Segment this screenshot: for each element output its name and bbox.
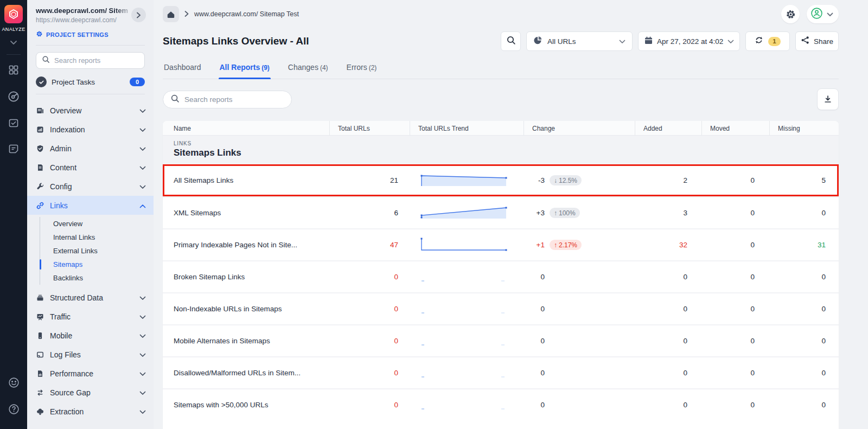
sidebar-item-overview[interactable]: Overview	[27, 101, 154, 120]
change-value: 0	[524, 273, 545, 281]
sidebar-item-log-files[interactable]: Log Files	[27, 345, 154, 364]
settings-button[interactable]	[781, 5, 800, 23]
tab-dashboard[interactable]: Dashboard	[163, 60, 202, 79]
chevron-down-icon	[139, 182, 146, 191]
url-filter-dropdown[interactable]: All URLs	[526, 31, 633, 51]
sidebar-subitem-external-links[interactable]: External Links	[40, 244, 154, 258]
column-header-name[interactable]: Name	[163, 121, 329, 136]
chevron-down-icon	[139, 144, 146, 153]
arrow-up-icon: ↑	[554, 241, 557, 249]
table-row-sitemaps-with-50-000-urls[interactable]: Sitemaps with >50,000 URLs00000	[163, 388, 839, 420]
sidebar-item-content[interactable]: Content	[27, 158, 154, 177]
table-row-broken-sitemap-links[interactable]: Broken Sitemap Links00000	[163, 260, 839, 292]
change-value: 0	[524, 305, 545, 313]
sidebar-item-structured-data[interactable]: Structured Data	[27, 288, 154, 307]
tasks-icon[interactable]	[8, 117, 20, 131]
added-value: 0	[635, 273, 701, 281]
sidebar-subitem-sitemaps[interactable]: Sitemaps	[40, 258, 154, 271]
sidebar-item-indexation[interactable]: Indexation	[27, 120, 154, 139]
tab-errors[interactable]: Errors(2)	[346, 60, 378, 79]
added-value: 0	[635, 369, 701, 377]
sidebar-item-admin[interactable]: Admin	[27, 139, 154, 158]
report-search[interactable]	[163, 91, 292, 108]
sidebar-item-links[interactable]: Links	[27, 196, 154, 215]
crawl-date-value: Apr 27, 2022 at 4:02 ...	[657, 37, 724, 46]
page-title: Sitemaps Links Overview - All	[163, 35, 309, 47]
sidebar-item-source-gap[interactable]: Source Gap	[27, 383, 154, 402]
project-settings-link[interactable]: PROJECT SETTINGS	[36, 30, 145, 39]
sidebar-subitem-overview[interactable]: Overview	[40, 217, 154, 230]
table-row-non-indexable-urls-in-sitemaps[interactable]: Non-Indexable URLs in Sitemaps00000	[163, 292, 839, 324]
divider	[36, 45, 145, 46]
breadcrumb-text[interactable]: www.deepcrawl.com/ Sitemap Test	[194, 10, 299, 18]
url-filter-value: All URLs	[547, 37, 614, 46]
log-files-icon	[36, 351, 44, 358]
crawl-date-dropdown[interactable]: Apr 27, 2022 at 4:02 ...	[638, 31, 740, 51]
column-header-added[interactable]: Added	[635, 121, 701, 136]
account-menu[interactable]	[807, 5, 839, 23]
report-name: XML Sitemaps	[163, 209, 329, 217]
sidebar-item-performance[interactable]: Performance	[27, 364, 154, 383]
total-urls-value: 0	[329, 273, 410, 281]
table-row-all-sitemaps-links[interactable]: All Sitemaps Links21-3↓12.5%205	[163, 164, 839, 196]
chevron-down-icon[interactable]	[10, 37, 17, 47]
sidebar-item-mobile[interactable]: Mobile	[27, 326, 154, 345]
feedback-smiley-icon[interactable]	[8, 376, 20, 391]
trend-sparkline	[420, 300, 508, 316]
crawl-disc-icon[interactable]	[7, 90, 20, 105]
project-name: www.deepcrawl.com/ Sitem	[36, 7, 132, 15]
table-row-disallowed-malformed-urls-in-sitem[interactable]: Disallowed/Malformed URLs in Sitem...000…	[163, 356, 839, 388]
sidebar-subitem-internal-links[interactable]: Internal Links	[40, 230, 154, 244]
change-value: 0	[524, 401, 545, 409]
help-icon[interactable]	[8, 403, 20, 418]
report-search-input[interactable]	[184, 95, 277, 104]
change-cell: +3↑100%	[524, 208, 635, 218]
chevron-down-icon	[139, 388, 146, 398]
tab-changes[interactable]: Changes(4)	[287, 60, 329, 79]
sidebar-item-label: Extraction	[50, 407, 134, 416]
section-title: Sitemaps Links	[174, 148, 828, 158]
trend-cell	[410, 268, 524, 286]
sidebar-item-traffic[interactable]: Traffic	[27, 307, 154, 326]
trend-sparkline	[420, 364, 508, 380]
tab-count: (4)	[320, 64, 328, 72]
calendar-icon	[644, 36, 653, 47]
column-header-missing[interactable]: Missing	[769, 121, 839, 136]
moved-value: 0	[701, 273, 769, 281]
table-row-primary-indexable-pages-not-in-site[interactable]: Primary Indexable Pages Not in Site...47…	[163, 228, 839, 260]
column-header-total-urls[interactable]: Total URLs	[329, 121, 410, 136]
quick-search-button[interactable]	[501, 31, 521, 51]
deepcrawl-logo-icon[interactable]	[4, 5, 23, 23]
home-button[interactable]	[163, 6, 179, 22]
project-tasks-item[interactable]: Project Tasks 0	[36, 76, 145, 87]
chevron-down-icon	[139, 312, 146, 322]
column-header-moved[interactable]: Moved	[701, 121, 769, 136]
apps-grid-icon[interactable]	[8, 64, 20, 78]
share-button[interactable]: Share	[795, 31, 839, 51]
change-cell: +1↑2.17%	[524, 240, 635, 250]
column-header-change[interactable]: Change	[524, 121, 635, 136]
tab-all-reports[interactable]: All Reports(9)	[219, 60, 271, 79]
notes-icon[interactable]	[8, 143, 20, 157]
sidebar-subitem-backlinks[interactable]: Backlinks	[40, 271, 154, 285]
added-value: 2	[635, 176, 701, 184]
chevron-down-icon	[139, 125, 146, 135]
sidebar-search-input[interactable]	[54, 56, 136, 65]
sidebar-item-config[interactable]: Config	[27, 177, 154, 196]
extraction-icon	[36, 408, 44, 415]
refresh-button[interactable]: 1	[745, 31, 790, 51]
column-header-total-urls-trend[interactable]: Total URLs Trend	[410, 121, 524, 136]
reports-table: NameTotal URLsTotal URLs TrendChangeAdde…	[163, 121, 839, 429]
table-row-mobile-alternates-in-sitemaps[interactable]: Mobile Alternates in Sitemaps00000	[163, 324, 839, 356]
moved-value: 0	[701, 337, 769, 345]
download-button[interactable]	[817, 88, 839, 110]
arrow-down-icon: ↓	[554, 177, 557, 184]
trend-sparkline	[420, 332, 508, 348]
performance-icon	[36, 370, 44, 377]
breadcrumb: www.deepcrawl.com/ Sitemap Test	[163, 6, 299, 22]
project-expand-button[interactable]	[131, 8, 146, 22]
report-name: Sitemaps with >50,000 URLs	[163, 401, 329, 409]
sidebar-item-extraction[interactable]: Extraction	[27, 402, 154, 421]
table-row-xml-sitemaps[interactable]: XML Sitemaps6+3↑100%300	[163, 196, 839, 228]
sidebar-search[interactable]	[36, 52, 145, 69]
